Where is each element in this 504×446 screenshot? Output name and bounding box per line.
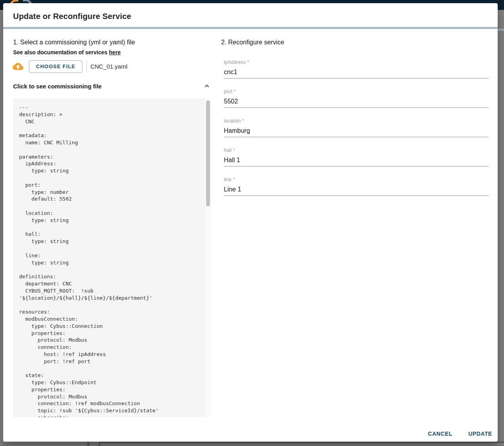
field-line: line * <box>224 177 489 196</box>
port-input[interactable] <box>224 98 489 108</box>
field-label: port * <box>224 89 489 94</box>
location-input[interactable] <box>224 127 489 137</box>
header-divider <box>3 27 498 29</box>
commissioning-file-viewer[interactable]: --- description: > CNC metadata: name: C… <box>13 98 211 417</box>
selected-file-name: CNC_01.yaml <box>90 63 127 70</box>
hall-input[interactable] <box>224 156 489 167</box>
background-subheader-fragment <box>498 29 504 31</box>
reconfigure-form: ipAddress * port * location * hall * lin… <box>224 59 489 206</box>
field-label: line * <box>224 177 489 182</box>
field-hall: hall * <box>224 147 489 167</box>
code-scrollbar-track[interactable] <box>205 99 211 417</box>
chevron-up-icon[interactable] <box>202 82 211 90</box>
documentation-link[interactable]: here <box>109 49 121 56</box>
documentation-hint: See also documentation of services here <box>13 49 121 56</box>
file-upload-row: CHOOSE FILE CNC_01.yaml <box>13 60 128 73</box>
update-service-dialog: Update or Reconfigure Service 1. Select … <box>3 3 498 442</box>
line-input[interactable] <box>224 186 489 196</box>
code-scrollbar-thumb[interactable] <box>206 100 210 207</box>
cloud-upload-icon <box>13 61 23 72</box>
documentation-text: See also documentation of services <box>13 49 107 56</box>
cancel-button[interactable]: CANCEL <box>425 428 456 439</box>
field-location: location * <box>224 118 489 137</box>
field-ipaddress: ipAddress * <box>224 59 489 78</box>
field-label: ipAddress * <box>224 59 489 65</box>
dialog-title: Update or Reconfigure Service <box>13 12 131 21</box>
filename-separator <box>86 61 87 73</box>
commissioning-file-toggle[interactable]: Click to see commissioning file <box>13 81 211 91</box>
field-label: hall * <box>224 147 489 153</box>
field-label: location * <box>224 118 489 124</box>
step1-title: 1. Select a commissioning (yml or yaml) … <box>13 39 135 46</box>
background-table-border <box>87 442 89 446</box>
toggle-label: Click to see commissioning file <box>13 83 101 90</box>
yaml-code: --- description: > CNC metadata: name: C… <box>13 98 211 417</box>
choose-file-button[interactable]: CHOOSE FILE <box>29 60 82 73</box>
step2-title: 2. Reconfigure service <box>221 39 284 46</box>
update-button[interactable]: UPDATE <box>465 428 495 439</box>
background-table-border <box>100 442 504 443</box>
field-port: port * <box>224 89 489 108</box>
ipaddress-input[interactable] <box>224 68 489 78</box>
dialog-actions: CANCEL UPDATE <box>425 427 495 441</box>
